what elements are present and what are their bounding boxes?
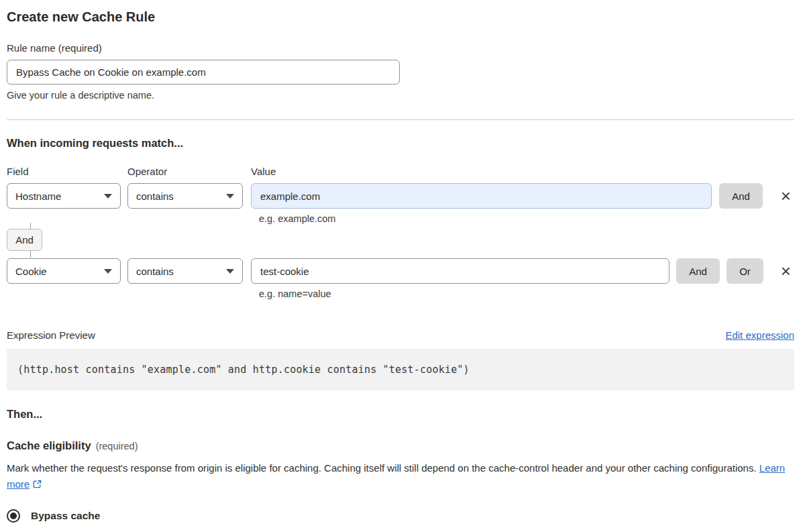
add-and-condition-button[interactable]: And bbox=[676, 258, 720, 284]
bypass-cache-radio[interactable]: Bypass cache bbox=[7, 509, 100, 523]
rule-name-helper: Give your rule a descriptive name. bbox=[7, 89, 794, 101]
expression-code: (http.host contains "example.com" and ht… bbox=[17, 364, 470, 376]
operator-select[interactable]: contains bbox=[127, 183, 243, 209]
connector-and-button[interactable]: And bbox=[7, 229, 42, 251]
expression-header: Expression Preview Edit expression bbox=[7, 329, 794, 341]
value-input[interactable] bbox=[251, 183, 712, 209]
rule-name-section: Rule name (required) Give your rule a de… bbox=[7, 42, 794, 101]
rule-name-label: Rule name (required) bbox=[7, 42, 794, 54]
then-heading: Then... bbox=[7, 407, 794, 421]
connector-line bbox=[30, 223, 31, 229]
radio-button-icon bbox=[7, 509, 20, 523]
match-row-1: Hostname contains And × bbox=[7, 183, 794, 209]
description-text: Mark whether the request's response from… bbox=[7, 462, 757, 474]
radio-label: Bypass cache bbox=[31, 510, 100, 522]
expression-preview-label: Expression Preview bbox=[7, 329, 95, 341]
operator-select-value: contains bbox=[136, 266, 221, 277]
condition-connector: And bbox=[7, 225, 794, 255]
match-row-2: Cookie contains And Or × bbox=[7, 258, 794, 284]
connector-line bbox=[30, 251, 31, 258]
add-and-condition-button[interactable]: And bbox=[719, 183, 763, 209]
remove-condition-icon[interactable]: × bbox=[780, 189, 792, 203]
section-divider bbox=[7, 119, 794, 120]
expression-preview-box: (http.host contains "example.com" and ht… bbox=[7, 349, 794, 390]
page-title: Create new Cache Rule bbox=[7, 8, 794, 25]
field-select[interactable]: Hostname bbox=[7, 183, 121, 209]
remove-condition-icon[interactable]: × bbox=[780, 264, 792, 278]
match-heading: When incoming requests match... bbox=[7, 136, 794, 150]
add-or-condition-button[interactable]: Or bbox=[727, 258, 763, 284]
value-hint: e.g. example.com bbox=[7, 213, 794, 225]
external-link-icon bbox=[32, 478, 42, 494]
operator-column-label: Operator bbox=[127, 166, 243, 177]
cache-eligibility-description: Mark whether the request's response from… bbox=[7, 460, 794, 494]
chevron-down-icon bbox=[226, 194, 234, 199]
edit-expression-link[interactable]: Edit expression bbox=[725, 329, 794, 341]
value-hint: e.g. name=value bbox=[7, 288, 794, 300]
required-badge: (required) bbox=[96, 441, 138, 451]
cache-eligibility-heading: Cache eligibility (required) bbox=[7, 439, 794, 452]
field-select-value: Hostname bbox=[15, 191, 99, 202]
create-cache-rule-page: Create new Cache Rule Rule name (require… bbox=[0, 0, 805, 532]
match-column-labels: Field Operator Value bbox=[7, 166, 794, 177]
value-column-label: Value bbox=[251, 166, 276, 177]
operator-select-value: contains bbox=[136, 191, 221, 202]
operator-select[interactable]: contains bbox=[127, 258, 243, 284]
field-select[interactable]: Cookie bbox=[7, 258, 121, 284]
chevron-down-icon bbox=[104, 194, 112, 199]
chevron-down-icon bbox=[104, 269, 112, 274]
field-column-label: Field bbox=[7, 166, 121, 177]
cache-eligibility-title: Cache eligibility bbox=[7, 439, 91, 452]
rule-name-input[interactable] bbox=[7, 60, 400, 85]
chevron-down-icon bbox=[226, 269, 234, 274]
field-select-value: Cookie bbox=[15, 266, 99, 277]
value-input[interactable] bbox=[251, 258, 669, 284]
